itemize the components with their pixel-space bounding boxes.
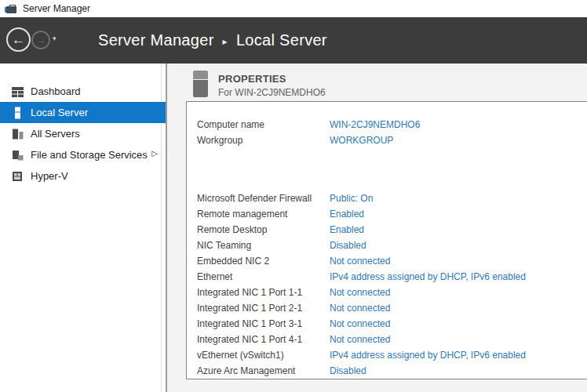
property-label: Remote management	[197, 209, 330, 220]
server-tile-icon	[193, 71, 208, 97]
property-label: Integrated NIC 1 Port 2-1	[197, 303, 330, 314]
property-row-defender-firewall: Microsoft Defender Firewall Public: On	[197, 191, 587, 206]
sidebar-item-label: All Servers	[31, 128, 80, 140]
hyper-v-icon	[11, 170, 24, 183]
all-servers-icon	[11, 128, 24, 140]
property-value-link[interactable]: Public: On	[330, 193, 373, 204]
properties-panel-title: PROPERTIES	[218, 73, 286, 85]
property-label: Integrated NIC 1 Port 1-1	[197, 287, 330, 298]
breadcrumb-separator-icon: ▸	[223, 34, 228, 47]
breadcrumb-server-manager[interactable]: Server Manager	[98, 31, 214, 49]
window-titlebar: Server Manager	[0, 0, 587, 17]
dashboard-icon	[11, 85, 24, 98]
navigation-bar: ← → ▾ Server Manager ▸ Local Server	[0, 17, 587, 64]
property-row-remote-desktop: Remote Desktop Enabled	[197, 222, 587, 238]
sidebar-item-label: File and Storage Services	[31, 149, 148, 161]
property-value-link[interactable]: WORKGROUP	[330, 135, 393, 146]
breadcrumb: Server Manager ▸ Local Server	[98, 17, 327, 64]
property-row-integrated-nic-2-1: Integrated NIC 1 Port 2-1 Not connected	[197, 300, 587, 316]
property-row-remote-management: Remote management Enabled	[197, 206, 587, 222]
property-row-computer-name: Computer name WIN-2CJ9NEMDHO6	[197, 117, 587, 132]
server-manager-app-icon	[5, 4, 17, 14]
submenu-arrow-icon[interactable]: ▷	[151, 149, 158, 158]
forward-arrow-icon: →	[36, 34, 46, 46]
history-dropdown-caret-icon[interactable]: ▾	[53, 34, 57, 42]
property-row-integrated-nic-1-1: Integrated NIC 1 Port 1-1 Not connected	[197, 285, 587, 300]
back-button[interactable]: ←	[6, 27, 31, 52]
property-label: Remote Desktop	[197, 224, 330, 235]
property-label: Computer name	[197, 119, 330, 130]
property-value-link[interactable]: IPv4 address assigned by DHCP, IPv6 enab…	[330, 271, 526, 282]
property-label: Azure Arc Management	[197, 365, 330, 376]
property-label: Integrated NIC 1 Port 4-1	[197, 334, 330, 345]
local-server-icon	[11, 107, 24, 119]
sidebar-item-local-server[interactable]: Local Server	[0, 102, 166, 123]
property-row-azure-arc: Azure Arc Management Disabled	[197, 363, 587, 379]
back-arrow-icon: ←	[12, 32, 25, 48]
file-storage-services-icon	[11, 149, 24, 162]
property-row-workgroup: Workgroup WORKGROUP	[197, 132, 587, 148]
local-server-pane: PROPERTIES For WIN-2CJ9NEMDHO6 Computer …	[167, 64, 587, 392]
sidebar-item-all-servers[interactable]: All Servers	[0, 123, 159, 144]
property-value-link[interactable]: Not connected	[330, 334, 390, 345]
property-value-link[interactable]: Not connected	[330, 303, 390, 314]
properties-group-gap	[197, 148, 587, 191]
property-label: Workgroup	[197, 135, 330, 146]
property-label: vEthernet (vSwitch1)	[197, 350, 330, 361]
sidebar-item-label: Dashboard	[31, 85, 81, 97]
property-row-integrated-nic-4-1: Integrated NIC 1 Port 4-1 Not connected	[197, 332, 587, 347]
property-label: Ethernet	[197, 271, 330, 282]
property-value-link[interactable]: Not connected	[330, 287, 390, 298]
property-row-embedded-nic-2: Embedded NIC 2 Not connected	[197, 253, 587, 269]
property-label: Integrated NIC 1 Port 3-1	[197, 318, 330, 329]
property-row-integrated-nic-3-1: Integrated NIC 1 Port 3-1 Not connected	[197, 316, 587, 332]
property-value-link[interactable]: Disabled	[330, 240, 366, 251]
forward-button[interactable]: →	[31, 31, 50, 49]
property-value-link[interactable]: Not connected	[330, 256, 390, 267]
property-label: Embedded NIC 2	[197, 256, 330, 267]
property-label: NIC Teaming	[197, 240, 330, 251]
breadcrumb-local-server[interactable]: Local Server	[236, 31, 327, 49]
property-row-ethernet: Ethernet IPv4 address assigned by DHCP, …	[197, 269, 587, 285]
properties-box: Computer name WIN-2CJ9NEMDHO6 Workgroup …	[186, 101, 587, 379]
property-value-link[interactable]: Disabled	[330, 365, 366, 376]
property-value-link[interactable]: Enabled	[330, 209, 364, 220]
window-title: Server Manager	[23, 3, 90, 14]
property-row-vethernet: vEthernet (vSwitch1) IPv4 address assign…	[197, 347, 587, 363]
property-value-link[interactable]: Enabled	[330, 224, 364, 235]
property-value-link[interactable]: IPv4 address assigned by DHCP, IPv6 enab…	[330, 350, 526, 361]
sidebar: Dashboard Local Server All Servers File …	[0, 64, 167, 392]
sidebar-item-hyper-v[interactable]: Hyper-V	[0, 165, 159, 187]
property-value-link[interactable]: Not connected	[330, 318, 390, 329]
property-label: Microsoft Defender Firewall	[197, 193, 330, 204]
property-row-nic-teaming: NIC Teaming Disabled	[197, 238, 587, 253]
sidebar-item-dashboard[interactable]: Dashboard	[0, 81, 159, 102]
sidebar-item-label: Hyper-V	[31, 170, 68, 182]
properties-panel-subtitle: For WIN-2CJ9NEMDHO6	[218, 87, 326, 98]
sidebar-item-file-storage-services[interactable]: File and Storage Services ▷	[0, 144, 159, 165]
sidebar-item-label: Local Server	[31, 107, 88, 118]
property-value-link[interactable]: WIN-2CJ9NEMDHO6	[330, 119, 420, 130]
